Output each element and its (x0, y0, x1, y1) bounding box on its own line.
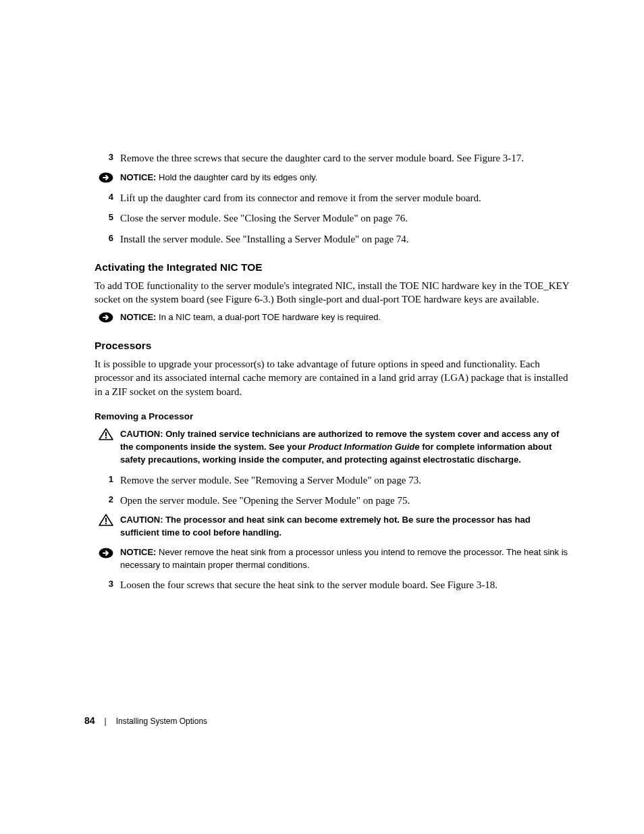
notice-2: NOTICE: In a NIC team, a dual-port TOE h… (95, 311, 570, 324)
page-footer: 84 | Installing System Options (84, 714, 207, 727)
notice-icon (95, 312, 120, 323)
notice-icon (95, 547, 120, 558)
caution-label: CAUTION: (120, 429, 163, 439)
caution-icon (95, 428, 120, 440)
caution-body: CAUTION: Only trained service technician… (120, 428, 570, 467)
notice-1: NOTICE: Hold the daughter card by its ed… (95, 172, 570, 184)
caution-1: CAUTION: Only trained service technician… (95, 428, 570, 467)
step-number: 1 (95, 473, 120, 487)
notice-body: NOTICE: In a NIC team, a dual-port TOE h… (120, 311, 570, 324)
step-number: 3 (95, 151, 120, 165)
svg-rect-5 (105, 523, 107, 524)
page-number: 84 (84, 714, 95, 727)
notice-3: NOTICE: Never remove the heat sink from … (95, 546, 570, 572)
step-text: Remove the server module. See "Removing … (120, 473, 570, 487)
notice-text: In a NIC team, a dual-port TOE hardware … (156, 312, 381, 322)
step-text: Lift up the daughter card from its conne… (120, 191, 570, 205)
para-nic-toe: To add TOE functionality to the server m… (95, 279, 570, 307)
svg-rect-2 (105, 432, 107, 436)
heading-removing-processor: Removing a Processor (95, 411, 570, 423)
caution-icon (95, 514, 120, 526)
notice-icon (95, 172, 120, 183)
svg-rect-4 (105, 518, 107, 522)
step-number: 3 (95, 578, 120, 592)
step-4: 4 Lift up the daughter card from its con… (95, 191, 570, 205)
caution-body: CAUTION: The processor and heat sink can… (120, 514, 570, 540)
step-text: Loosen the four screws that secure the h… (120, 578, 570, 592)
heading-nic-toe: Activating the Integrated NIC TOE (95, 261, 570, 275)
step-text: Close the server module. See "Closing th… (120, 211, 570, 225)
step-3: 3 Remove the three screws that secure th… (95, 151, 570, 165)
notice-label: NOTICE: (120, 172, 156, 182)
caution-italic: Product Information Guide (308, 442, 420, 452)
proc-step-1: 1 Remove the server module. See "Removin… (95, 473, 570, 487)
notice-body: NOTICE: Never remove the heat sink from … (120, 546, 570, 572)
step-6: 6 Install the server module. See "Instal… (95, 232, 570, 246)
proc-step-3: 3 Loosen the four screws that secure the… (95, 578, 570, 592)
footer-separator: | (105, 716, 107, 727)
step-text: Remove the three screws that secure the … (120, 151, 570, 165)
notice-label: NOTICE: (120, 312, 156, 322)
notice-body: NOTICE: Hold the daughter card by its ed… (120, 172, 570, 184)
notice-label: NOTICE: (120, 547, 156, 557)
notice-text: Hold the daughter card by its edges only… (156, 172, 317, 182)
step-number: 2 (95, 494, 120, 507)
caution-text: The processor and heat sink can become e… (120, 515, 531, 538)
notice-text: Never remove the heat sink from a proces… (120, 547, 568, 570)
caution-label: CAUTION: (120, 515, 163, 525)
proc-step-2: 2 Open the server module. See "Opening t… (95, 494, 570, 507)
step-text: Install the server module. See "Installi… (120, 232, 570, 246)
heading-processors: Processors (95, 339, 570, 353)
svg-rect-3 (105, 437, 107, 438)
page: 3 Remove the three screws that secure th… (0, 0, 644, 834)
step-number: 5 (95, 211, 120, 225)
step-5: 5 Close the server module. See "Closing … (95, 211, 570, 225)
footer-section: Installing System Options (116, 716, 207, 727)
caution-2: CAUTION: The processor and heat sink can… (95, 514, 570, 540)
step-number: 6 (95, 232, 120, 246)
para-processors: It is possible to upgrade your processor… (95, 357, 570, 398)
step-text: Open the server module. See "Opening the… (120, 494, 570, 507)
step-number: 4 (95, 191, 120, 205)
